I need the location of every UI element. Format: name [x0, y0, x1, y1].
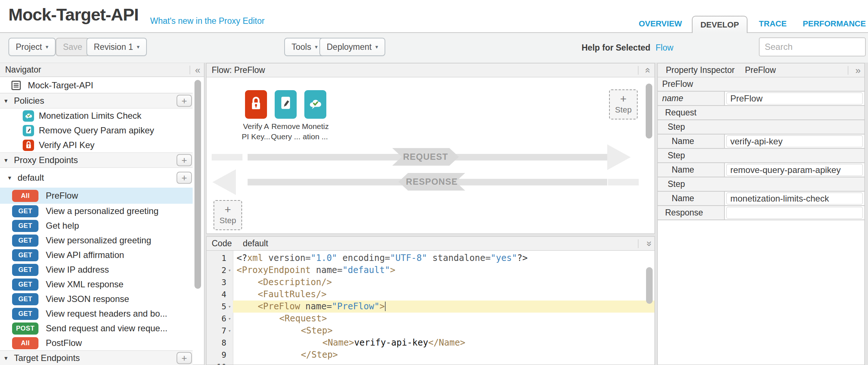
- property-inspector-title: Property Inspector: [666, 65, 735, 75]
- code-line-5[interactable]: 5▾<PreFlow name="PreFlow">: [207, 301, 654, 313]
- property-value-cell: monetization-limits-check: [725, 192, 864, 205]
- fold-toggle-icon[interactable]: ▾: [226, 264, 233, 276]
- help-flow-link[interactable]: Flow: [656, 43, 674, 53]
- code-token: "1.0": [311, 253, 337, 263]
- line-number: 10: [217, 361, 227, 365]
- code-line-content: <ProxyEndpoint name="default">: [233, 264, 654, 276]
- nav-section-policies[interactable]: ▾Policies+: [0, 93, 193, 108]
- nav-endpoint-send-request-and-view-reque[interactable]: POSTSend request and view reque...: [0, 321, 193, 336]
- code-line-1[interactable]: 1<?xml version="1.0" encoding="UTF-8" st…: [207, 252, 654, 264]
- response-flow-segment: [608, 179, 639, 185]
- nav-row-label: View API affirmation: [46, 250, 124, 260]
- nav-policy-remove-query-param-apikey[interactable]: Remove Query Param apikey: [0, 123, 193, 138]
- revision-menu-label: Revision 1: [94, 42, 133, 52]
- property-value-input[interactable]: verify-api-key: [726, 135, 863, 147]
- fold-toggle-icon[interactable]: ▾: [226, 301, 233, 313]
- property-label: Response: [658, 206, 725, 220]
- code-line-gutter: 2▾: [207, 264, 233, 276]
- property-value-input[interactable]: [726, 207, 863, 219]
- tab-performance[interactable]: PERFORMANCE: [802, 19, 867, 29]
- nav-endpoint-get-help[interactable]: GETGet help: [0, 218, 193, 233]
- fold-toggle-icon[interactable]: ▾: [226, 313, 233, 325]
- code-vertical-scrollbar[interactable]: [646, 267, 653, 304]
- property-label: Request: [658, 106, 864, 119]
- nav-endpoint-view-xml-response[interactable]: GETView XML response: [0, 277, 193, 292]
- nav-endpoint-view-personalized-greeting[interactable]: GETView personalized greeting: [0, 233, 193, 248]
- code-line-gutter: 1: [207, 252, 233, 264]
- code-line-8[interactable]: 8<Name>verify-api-key</Name>: [207, 337, 654, 349]
- line-number: 6: [222, 313, 226, 325]
- cloud-check-policy-tile[interactable]: [304, 90, 326, 119]
- fold-toggle-icon[interactable]: ▾: [226, 325, 233, 337]
- nav-item-mock-target-api[interactable]: Mock-Target-API: [0, 78, 193, 93]
- add-proxy-endpoints-button[interactable]: +: [177, 154, 192, 166]
- line-number: 8: [222, 337, 226, 349]
- property-inspector-header: Property Inspector PreFlow »: [658, 63, 864, 77]
- code-line-9[interactable]: 9</Step>: [207, 349, 654, 361]
- fold-toggle-icon[interactable]: ▾: [226, 361, 233, 365]
- code-line-3[interactable]: 3<Description/>: [207, 276, 654, 288]
- collapse-code-icon[interactable]: «: [641, 241, 655, 246]
- code-token: xml: [247, 253, 263, 263]
- nav-endpoint-postflow[interactable]: AllPostFlow: [0, 336, 193, 350]
- add-default-button[interactable]: +: [177, 172, 192, 184]
- project-menu-button[interactable]: Project ▾: [8, 38, 56, 56]
- nav-endpoint-view-json-response[interactable]: GETView JSON response: [0, 292, 193, 306]
- app-header: Mock-Target-API What's new in the Proxy …: [0, 0, 868, 33]
- add-policies-button[interactable]: +: [177, 95, 192, 107]
- nav-row-label: Send request and view reque...: [46, 323, 167, 333]
- whats-new-link[interactable]: What's new in the Proxy Editor: [150, 16, 264, 26]
- nav-endpoint-preflow[interactable]: AllPreFlow: [0, 188, 193, 204]
- section-caret-icon: ▾: [4, 97, 14, 105]
- property-inspector-panel: Property Inspector PreFlow » PreFlowname…: [657, 63, 865, 365]
- nav-section-target-endpoints[interactable]: ▾Target Endpoints+: [0, 350, 193, 365]
- tab-trace[interactable]: TRACE: [757, 19, 788, 29]
- property-value-input[interactable]: monetization-limits-check: [726, 192, 863, 204]
- add-target-endpoints-button[interactable]: +: [177, 352, 192, 364]
- nav-row-label: default: [18, 173, 44, 183]
- code-token: <Step>: [301, 325, 333, 336]
- toolbar: Project ▾ Save Revision 1 ▾ Tools ▾ Depl…: [0, 33, 868, 63]
- property-value-input[interactable]: PreFlow: [726, 92, 863, 104]
- method-badge: GET: [12, 249, 38, 261]
- code-line-6[interactable]: 6▾<Request>: [207, 313, 654, 325]
- header-divider: [190, 66, 190, 74]
- proxy-doc-icon: [10, 80, 22, 91]
- code-line-10[interactable]: 10▾: [207, 361, 654, 365]
- property-value-input[interactable]: remove-query-param-apikey: [726, 164, 863, 176]
- nav-endpoint-view-request-headers-and-bo[interactable]: GETView request headers and bo...: [0, 306, 193, 321]
- deployment-menu-button[interactable]: Deployment ▾: [319, 38, 385, 56]
- nav-endpoint-view-api-affirmation[interactable]: GETView API affirmation: [0, 248, 193, 262]
- tools-menu-button[interactable]: Tools ▾: [284, 38, 325, 56]
- nav-row-label: View request headers and bo...: [46, 309, 167, 319]
- nav-endpoint-view-ip-address[interactable]: GETView IP address: [0, 262, 193, 277]
- tab-develop[interactable]: DEVELOP: [692, 16, 748, 33]
- nav-endpoint-view-a-personalized-greeting[interactable]: GETView a personalized greeting: [0, 204, 193, 218]
- code-editor[interactable]: 1<?xml version="1.0" encoding="UTF-8" st…: [207, 251, 654, 365]
- code-line-gutter: 4: [207, 288, 233, 301]
- search-input[interactable]: [760, 38, 865, 56]
- add-step-button-bottom[interactable]: + Step: [214, 200, 242, 230]
- nav-policy-verify-api-key[interactable]: Verify API Key: [0, 138, 193, 152]
- collapse-panel-icon[interactable]: «: [195, 63, 200, 77]
- lock-policy-tile[interactable]: [245, 90, 267, 119]
- collapse-flow-icon[interactable]: «: [641, 68, 655, 73]
- caret-down-icon: ▾: [315, 44, 318, 50]
- revision-menu-button[interactable]: Revision 1 ▾: [86, 38, 147, 56]
- flow-scrollbar[interactable]: [646, 84, 652, 139]
- code-line-7[interactable]: 7▾<Step>: [207, 325, 654, 337]
- code-line-2[interactable]: 2▾<ProxyEndpoint name="default">: [207, 264, 654, 276]
- nav-section-proxy-endpoints[interactable]: ▾Proxy Endpoints+: [0, 152, 193, 168]
- nav-policy-monetization-limits-check[interactable]: Monetization Limits Check: [0, 108, 193, 123]
- code-token: version=: [263, 253, 311, 263]
- add-step-button-top[interactable]: + Step: [609, 89, 638, 119]
- expand-panel-icon[interactable]: »: [856, 63, 861, 77]
- nav-subsection-default[interactable]: ▾default+: [0, 168, 193, 188]
- code-line-4[interactable]: 4<FaultRules/>: [207, 288, 654, 301]
- tab-overview[interactable]: OVERVIEW: [637, 19, 684, 29]
- nav-row-label: PostFlow: [46, 338, 82, 348]
- save-button[interactable]: Save: [56, 38, 89, 56]
- navigator-scrollbar[interactable]: [194, 80, 201, 289]
- property-label: Name: [658, 163, 725, 177]
- pencil-policy-tile[interactable]: [275, 90, 297, 119]
